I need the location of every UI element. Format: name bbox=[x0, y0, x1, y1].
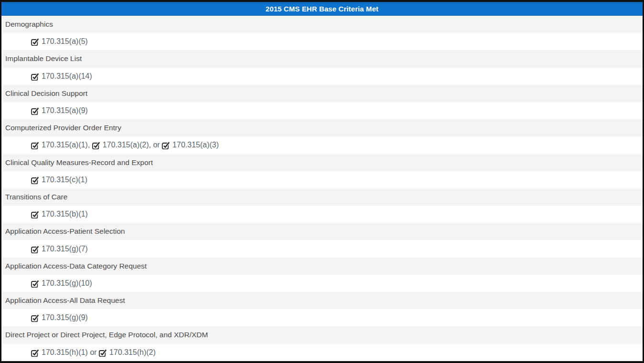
category-label: Clinical Quality Measures-Record and Exp… bbox=[5, 158, 153, 167]
checked-checkbox-icon bbox=[31, 349, 39, 357]
criterion-separator: , bbox=[88, 141, 92, 149]
checked-checkbox-icon bbox=[99, 349, 107, 357]
criterion: 170.315(g)(7) bbox=[31, 245, 88, 253]
criterion: 170.315(a)(1), bbox=[31, 141, 92, 149]
checked-checkbox-icon bbox=[31, 246, 39, 253]
checked-checkbox-icon bbox=[31, 280, 39, 288]
criterion-code: 170.315(a)(2) bbox=[103, 141, 149, 149]
category-row-direct-project: Direct Project or Direct Project, Edge P… bbox=[1, 326, 643, 343]
criterion-code: 170.315(a)(14) bbox=[42, 72, 92, 81]
category-row-app-access-data-category-request: Application Access-Data Category Request bbox=[1, 258, 643, 275]
checked-checkbox-icon bbox=[31, 38, 39, 46]
category-label: Demographics bbox=[5, 20, 53, 29]
criterion-code: 170.315(a)(9) bbox=[42, 106, 88, 115]
checked-checkbox-icon bbox=[31, 73, 39, 81]
criterion-code: 170.315(a)(5) bbox=[42, 37, 88, 46]
category-label: Computerized Provider Order Entry bbox=[5, 124, 121, 132]
category-row-transitions-of-care: Transitions of Care bbox=[1, 188, 643, 206]
criterion: 170.315(h)(2) bbox=[99, 348, 156, 357]
category-row-clinical-decision-support: Clinical Decision Support bbox=[1, 85, 643, 102]
criteria-row-app-access-data-category-request: 170.315(g)(10) bbox=[1, 275, 643, 292]
criterion: 170.315(a)(14) bbox=[31, 72, 92, 81]
checked-checkbox-icon bbox=[92, 142, 100, 149]
category-row-app-access-patient-selection: Application Access-Patient Selection bbox=[1, 223, 643, 240]
category-row-app-access-all-data-request: Application Access-All Data Request bbox=[1, 292, 643, 309]
category-label: Implantable Device List bbox=[5, 54, 82, 63]
category-label: Application Access-Data Category Request bbox=[5, 262, 147, 270]
category-label: Clinical Decision Support bbox=[5, 89, 87, 98]
criteria-row-clinical-decision-support: 170.315(a)(9) bbox=[1, 102, 643, 119]
checked-checkbox-icon bbox=[31, 107, 39, 115]
criterion-code: 170.315(g)(7) bbox=[42, 245, 88, 253]
cms-ehr-base-criteria-table: 2015 CMS EHR Base Criteria Met Demograph… bbox=[0, 0, 644, 363]
category-label: Direct Project or Direct Project, Edge P… bbox=[5, 331, 208, 339]
criterion: 170.315(g)(9) bbox=[31, 313, 88, 322]
category-row-clinical-quality-measures: Clinical Quality Measures-Record and Exp… bbox=[1, 154, 643, 171]
checked-checkbox-icon bbox=[162, 142, 170, 149]
criterion-code: 170.315(b)(1) bbox=[42, 210, 88, 218]
criteria-row-implantable-device-list: 170.315(a)(14) bbox=[1, 68, 643, 85]
criteria-row-app-access-all-data-request: 170.315(g)(9) bbox=[1, 309, 643, 326]
table-title: 2015 CMS EHR Base Criteria Met bbox=[265, 5, 378, 13]
category-row-computerized-provider-order-entry: Computerized Provider Order Entry bbox=[1, 119, 643, 136]
criterion-code: 170.315(g)(10) bbox=[42, 279, 92, 288]
criterion: 170.315(a)(5) bbox=[31, 37, 88, 46]
criteria-row-clinical-quality-measures: 170.315(c)(1) bbox=[1, 171, 643, 188]
category-label: Transitions of Care bbox=[5, 193, 67, 201]
criterion-separator: , or bbox=[149, 141, 162, 149]
criterion-separator: or bbox=[88, 348, 99, 357]
criterion-code: 170.315(g)(9) bbox=[42, 313, 88, 322]
criteria-row-app-access-patient-selection: 170.315(g)(7) bbox=[1, 240, 643, 257]
category-row-demographics: Demographics bbox=[1, 16, 643, 33]
category-label: Application Access-All Data Request bbox=[5, 296, 125, 305]
criterion-code: 170.315(a)(1) bbox=[42, 141, 88, 149]
criterion-code: 170.315(c)(1) bbox=[42, 176, 87, 184]
table-header: 2015 CMS EHR Base Criteria Met bbox=[1, 2, 643, 16]
criterion: 170.315(h)(1) or bbox=[31, 348, 99, 357]
criteria-row-demographics: 170.315(a)(5) bbox=[1, 33, 643, 50]
criteria-row-transitions-of-care: 170.315(b)(1) bbox=[1, 206, 643, 223]
criterion-code: 170.315(h)(1) bbox=[42, 348, 88, 357]
checked-checkbox-icon bbox=[31, 142, 39, 149]
criterion: 170.315(g)(10) bbox=[31, 279, 92, 288]
criterion-code: 170.315(h)(2) bbox=[109, 348, 156, 357]
checked-checkbox-icon bbox=[31, 314, 39, 322]
criteria-row-computerized-provider-order-entry: 170.315(a)(1), 170.315(a)(2), or 170.315… bbox=[1, 136, 643, 154]
criterion: 170.315(a)(2), or bbox=[92, 141, 162, 149]
category-row-implantable-device-list: Implantable Device List bbox=[1, 50, 643, 67]
category-label: Application Access-Patient Selection bbox=[5, 227, 125, 236]
checked-checkbox-icon bbox=[31, 176, 39, 184]
criterion: 170.315(b)(1) bbox=[31, 210, 88, 218]
criterion: 170.315(c)(1) bbox=[31, 176, 87, 184]
criteria-row-direct-project: 170.315(h)(1) or 170.315(h)(2) bbox=[1, 344, 643, 361]
criterion-code: 170.315(a)(3) bbox=[172, 141, 219, 149]
criterion: 170.315(a)(9) bbox=[31, 106, 88, 115]
criterion: 170.315(a)(3) bbox=[162, 141, 219, 149]
checked-checkbox-icon bbox=[31, 211, 39, 218]
